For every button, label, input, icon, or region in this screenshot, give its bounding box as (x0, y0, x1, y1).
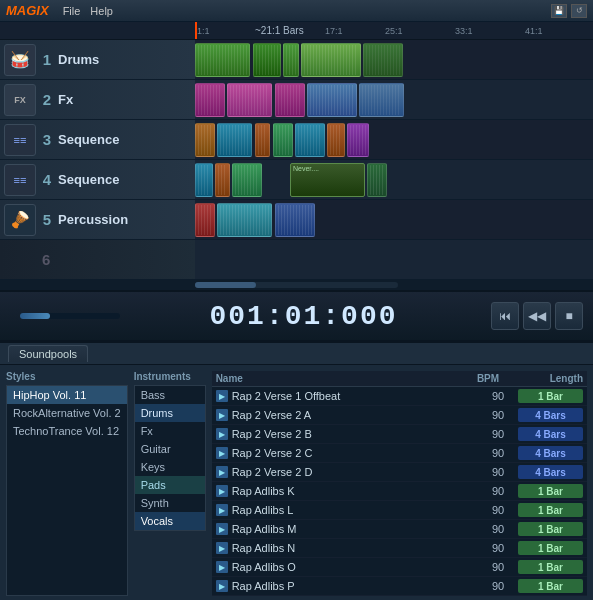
track-row-3[interactable] (195, 120, 593, 160)
refresh-icon[interactable]: ↺ (571, 4, 587, 18)
scrollbar-thumb[interactable] (195, 282, 256, 288)
loop-bpm-4: 90 (478, 466, 518, 478)
soundpools-tab-btn[interactable]: Soundpools (8, 345, 88, 362)
clip-3-7[interactable] (347, 123, 369, 157)
instruments-list[interactable]: Bass Drums Fx Guitar Keys Pads Synth Voc… (134, 385, 206, 531)
menu-file[interactable]: File (63, 5, 81, 17)
soundpools-panel: Soundpools Styles HipHop Vol. 11 RockAlt… (0, 342, 593, 600)
loop-row-1[interactable]: ▶Rap 2 Verse 2 A904 Bars (212, 406, 587, 425)
track-header-1[interactable]: 🥁 1 Drums (0, 40, 195, 80)
loop-row-9[interactable]: ▶Rap Adlibs O901 Bar (212, 558, 587, 577)
track-num-6: 6 (42, 251, 50, 268)
track-row-6 (195, 240, 593, 280)
track-header-5[interactable]: 🪘 5 Percussion (0, 200, 195, 240)
loop-length-10: 1 Bar (518, 579, 583, 593)
clip-2-3[interactable] (275, 83, 305, 117)
clip-2-1[interactable] (195, 83, 225, 117)
styles-list[interactable]: HipHop Vol. 11 RockAlternative Vol. 2 Te… (6, 385, 128, 596)
track-icon-4: ≡≡ (4, 164, 36, 196)
track-row-1[interactable] (195, 40, 593, 80)
loop-length-1: 4 Bars (518, 408, 583, 422)
track-row-5[interactable] (195, 200, 593, 240)
clip-5-2[interactable] (217, 203, 272, 237)
clip-3-1[interactable] (195, 123, 215, 157)
loop-row-0[interactable]: ▶Rap 2 Verse 1 Offbeat901 Bar (212, 387, 587, 406)
ruler: 1:1 ~21:1 Bars 17:1 25:1 33:1 41:1 (0, 22, 593, 40)
loop-row-10[interactable]: ▶Rap Adlibs P901 Bar (212, 577, 587, 596)
save-icon[interactable]: 💾 (551, 4, 567, 18)
track-icon-5: 🪘 (4, 204, 36, 236)
clip-1-2[interactable] (253, 43, 281, 77)
style-techno[interactable]: TechnoTrance Vol. 12 (7, 422, 127, 440)
loop-name-2: Rap 2 Verse 2 B (232, 428, 478, 440)
clip-1-4[interactable] (301, 43, 361, 77)
ruler-tick-41: 41:1 (525, 26, 543, 36)
clip-3-3[interactable] (255, 123, 270, 157)
ruler-tick-17: 17:1 (325, 26, 343, 36)
clip-2-5[interactable] (359, 83, 404, 117)
loop-row-8[interactable]: ▶Rap Adlibs N901 Bar (212, 539, 587, 558)
inst-guitar[interactable]: Guitar (135, 440, 205, 458)
inst-drums[interactable]: Drums (135, 404, 205, 422)
clip-3-2[interactable] (217, 123, 252, 157)
clip-1-1[interactable] (195, 43, 250, 77)
clip-4-label[interactable]: Never.... (290, 163, 365, 197)
track-name-3: Sequence (58, 132, 119, 147)
instruments-label: Instruments (134, 371, 206, 382)
loop-row-6[interactable]: ▶Rap Adlibs L901 Bar (212, 501, 587, 520)
loop-row-7[interactable]: ▶Rap Adlibs M901 Bar (212, 520, 587, 539)
col-name: Name (216, 373, 468, 384)
track-header-3[interactable]: ≡≡ 3 Sequence (0, 120, 195, 160)
styles-column: Styles HipHop Vol. 11 RockAlternative Vo… (6, 371, 128, 596)
track-row-4[interactable]: Never.... (195, 160, 593, 200)
clip-5-3[interactable] (275, 203, 315, 237)
volume-slider[interactable] (20, 313, 120, 319)
scrollbar-track[interactable] (195, 282, 398, 288)
track-name-1: Drums (58, 52, 99, 67)
loop-row-4[interactable]: ▶Rap 2 Verse 2 D904 Bars (212, 463, 587, 482)
rewind-button[interactable]: ⏮ (491, 302, 519, 330)
loop-bpm-2: 90 (478, 428, 518, 440)
loop-row-2[interactable]: ▶Rap 2 Verse 2 B904 Bars (212, 425, 587, 444)
styles-label: Styles (6, 371, 128, 382)
inst-vocals[interactable]: Vocals (135, 512, 205, 530)
horizontal-scrollbar[interactable] (0, 280, 593, 290)
clip-4-5[interactable] (367, 163, 387, 197)
stop-button[interactable]: ■ (555, 302, 583, 330)
loop-icon-5: ▶ (216, 485, 228, 497)
inst-pads[interactable]: Pads (135, 476, 205, 494)
loop-bpm-8: 90 (478, 542, 518, 554)
clip-4-2[interactable] (215, 163, 230, 197)
clip-2-2[interactable] (227, 83, 272, 117)
track-row-2[interactable] (195, 80, 593, 120)
inst-fx[interactable]: Fx (135, 422, 205, 440)
loop-row-5[interactable]: ▶Rap Adlibs K901 Bar (212, 482, 587, 501)
inst-synth[interactable]: Synth (135, 494, 205, 512)
track-header-2[interactable]: FX 2 Fx (0, 80, 195, 120)
track-header-4[interactable]: ≡≡ 4 Sequence (0, 160, 195, 200)
fast-back-button[interactable]: ◀◀ (523, 302, 551, 330)
style-rock[interactable]: RockAlternative Vol. 2 (7, 404, 127, 422)
menu-help[interactable]: Help (90, 5, 113, 17)
clip-5-1[interactable] (195, 203, 215, 237)
loop-icon-3: ▶ (216, 447, 228, 459)
tracks-wrapper: 1:1 ~21:1 Bars 17:1 25:1 33:1 41:1 🥁 1 D… (0, 22, 593, 290)
track-header-6[interactable]: 6 (0, 240, 195, 280)
clip-1-5[interactable] (363, 43, 403, 77)
loop-length-0: 1 Bar (518, 389, 583, 403)
clip-3-6[interactable] (327, 123, 345, 157)
loop-length-4: 4 Bars (518, 465, 583, 479)
clip-4-3[interactable] (232, 163, 262, 197)
clip-3-4[interactable] (273, 123, 293, 157)
clip-3-5[interactable] (295, 123, 325, 157)
loops-header: Name BPM Length (212, 371, 587, 387)
clip-2-4[interactable] (307, 83, 357, 117)
soundpools-tab-bar: Soundpools (0, 343, 593, 365)
track-clips: Never.... (195, 40, 593, 280)
inst-bass[interactable]: Bass (135, 386, 205, 404)
inst-keys[interactable]: Keys (135, 458, 205, 476)
clip-4-1[interactable] (195, 163, 213, 197)
style-hiphop[interactable]: HipHop Vol. 11 (7, 386, 127, 404)
loop-row-3[interactable]: ▶Rap 2 Verse 2 C904 Bars (212, 444, 587, 463)
clip-1-3[interactable] (283, 43, 299, 77)
